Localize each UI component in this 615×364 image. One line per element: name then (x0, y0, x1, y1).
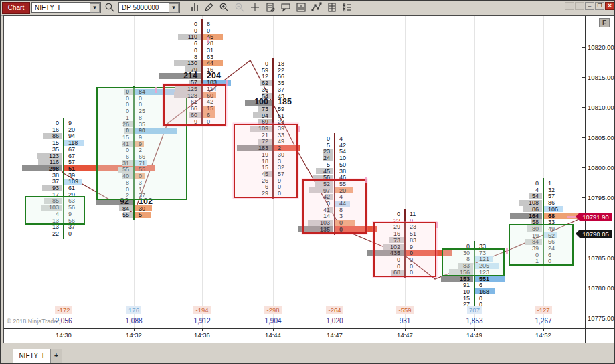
restore-button[interactable]: ❐ (595, 2, 604, 10)
chevron-down-icon[interactable]: ▼ (169, 3, 179, 13)
ask-cell: 18 (273, 60, 315, 67)
ask-cell: 54 (335, 148, 376, 155)
footprint-row: 5922 (232, 67, 315, 74)
minimize-button[interactable]: – (585, 2, 594, 10)
footprint-row: 11045 (161, 33, 244, 40)
footprint-row: 10168 (433, 288, 516, 295)
imbalance-mark (226, 80, 228, 86)
volume-value: 1,853 (451, 317, 498, 325)
price-tick-label: 10780.00 (588, 284, 614, 292)
footprint-row: 018 (232, 60, 315, 67)
volume-value: 1,904 (250, 317, 296, 325)
time-label: 14:52 (523, 331, 563, 339)
price-tick-label: 10805.00 (588, 134, 614, 141)
tab-nifty[interactable]: NIFTY_I (13, 349, 50, 363)
bid-cell: 298 (22, 165, 64, 172)
bid-cell: 16 (22, 126, 64, 133)
bid-cell: 0 (363, 211, 405, 217)
delta-value: -559 (385, 306, 425, 314)
bid-cell: 35 (232, 86, 273, 93)
time-axis-line (4, 328, 614, 329)
indicator-zigzag-icon[interactable] (311, 2, 323, 13)
search-icon[interactable] (104, 2, 116, 13)
mini-chart-icon[interactable] (296, 2, 307, 13)
instrument-value: NIFTY_I (35, 3, 60, 13)
time-tick (335, 328, 335, 331)
bid-cell: 100 (232, 98, 273, 106)
ask-cell: 10 (335, 155, 376, 161)
footprint-row: 9461 (232, 112, 315, 119)
bid-cell: 6 (161, 40, 202, 47)
footprint-row: 4538 (293, 168, 376, 175)
pencil-icon[interactable] (203, 2, 215, 13)
chart-plot-area[interactable]: F © 2018 NinjaTrader, 091620869415118356… (3, 15, 614, 344)
bid-cell: 45 (293, 168, 335, 175)
time-label: 14:36 (182, 331, 222, 339)
price-tick (582, 107, 585, 108)
time-tick (273, 328, 274, 331)
price-tick-label: 10785.00 (588, 254, 614, 262)
chart-style-icon[interactable] (189, 2, 201, 13)
bid-cell: 0 (293, 135, 335, 142)
delta-value: -298 (253, 306, 293, 314)
demand-zone-box (442, 248, 505, 277)
bid-cell: 91 (433, 282, 474, 288)
footprint-row: 916 (433, 282, 516, 288)
chart-window: Chart NIFTY_I ▼ DP 5000000 ▼ (0, 0, 615, 364)
bid-cell: 130 (161, 60, 202, 66)
chart-window-title-tab[interactable]: Chart (2, 2, 30, 14)
bid-cell: 59 (232, 67, 273, 74)
add-tab-button[interactable]: + (50, 349, 62, 363)
bid-cell: 55 (92, 211, 134, 218)
footprint-row: 011 (363, 211, 446, 217)
price-tick-label: 10820.00 (588, 43, 614, 51)
toolbar: Chart NIFTY_I ▼ DP 5000000 ▼ (1, 1, 615, 16)
price-tick (582, 318, 585, 318)
ask-cell: 31 (202, 47, 244, 54)
focus-button[interactable]: F (599, 18, 610, 27)
zoom-in-icon[interactable] (219, 2, 230, 13)
bid-cell: 0 (161, 47, 202, 54)
close-button[interactable]: ✕ (605, 2, 614, 10)
bid-cell: 37 (22, 178, 64, 185)
time-label: 14:49 (454, 331, 495, 339)
price-tick-label: 10810.00 (588, 104, 614, 111)
bid-cell: 54 (502, 193, 543, 199)
data-box-icon[interactable] (265, 2, 276, 13)
volume-value: 931 (381, 317, 428, 325)
time-label: 14:44 (253, 331, 293, 339)
bid-cell: 123 (22, 153, 64, 159)
crosshair-icon[interactable] (250, 2, 261, 13)
delta-value: 707 (454, 306, 495, 314)
ask-cell: 59 (273, 106, 315, 112)
price-tick (582, 137, 585, 138)
delta-value: -127 (523, 306, 563, 314)
volume-value: 1,020 (311, 317, 358, 325)
callout-icon[interactable] (280, 2, 292, 13)
ask-cell: 185 (273, 98, 315, 106)
bid-cell: 0 (161, 27, 202, 34)
demand-zone-box (25, 196, 85, 225)
chevron-down-icon[interactable]: ▼ (90, 3, 100, 13)
ask-cell: 37 (273, 86, 315, 93)
instrument-selector[interactable]: NIFTY_I ▼ (31, 2, 101, 13)
imbalance-mark (506, 248, 508, 254)
properties-list-icon[interactable] (342, 2, 353, 13)
price-tick (582, 167, 585, 168)
zoom-out-icon (234, 2, 246, 13)
bid-cell: 23 (293, 148, 335, 155)
bid-cell: 5 (293, 142, 335, 149)
strategy-icon[interactable] (327, 2, 338, 13)
bid-cell: 62 (232, 80, 273, 86)
delta-value: -194 (182, 306, 222, 314)
ask-cell: 106 (543, 206, 585, 213)
last-price-badge: 10791.90 (580, 213, 612, 221)
time-tick (134, 328, 135, 331)
time-label: 14:47 (315, 331, 355, 339)
bid-cell: 116 (22, 159, 64, 165)
dataseries-selector[interactable]: DP 5000000 ▼ (118, 2, 180, 13)
bid-cell: 84 (92, 205, 134, 212)
ask-cell: 168 (474, 288, 516, 295)
supply-zone-box (302, 179, 367, 234)
footprint-row: 7359 (232, 106, 315, 112)
